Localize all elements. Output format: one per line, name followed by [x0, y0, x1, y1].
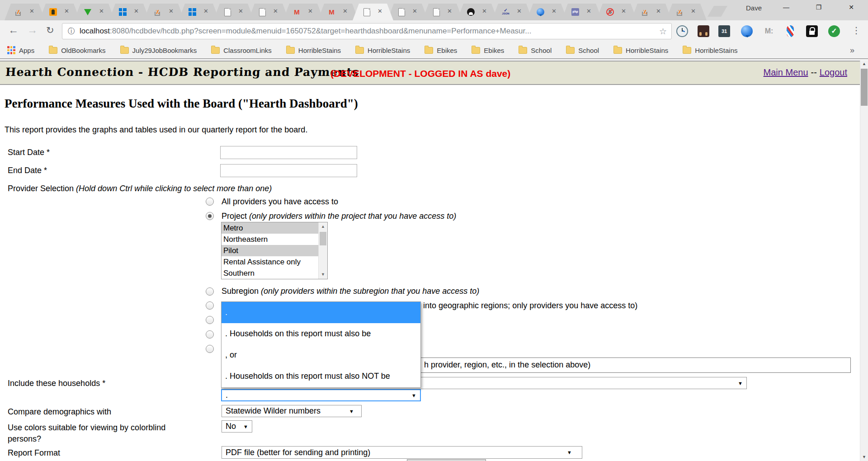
tab-close-icon[interactable]: ✕	[586, 8, 591, 14]
radio-option[interactable]	[206, 330, 214, 339]
bookmark-label: HorribleStains	[695, 47, 737, 54]
tab-close-icon[interactable]: ✕	[691, 8, 696, 14]
folder-icon	[472, 47, 480, 54]
scroll-up-icon[interactable]: ▲	[319, 222, 327, 231]
tab-close-icon[interactable]: ✕	[308, 8, 313, 14]
bookmark-label: Ebikes	[437, 47, 457, 54]
scroll-up-icon[interactable]: ▲	[860, 60, 868, 68]
window-restore-button[interactable]: ❐	[808, 4, 829, 11]
tab-close-icon[interactable]: ✕	[517, 8, 522, 14]
scroll-down-icon[interactable]: ▼	[860, 453, 868, 461]
partial-control-bottom	[407, 459, 486, 461]
bookmark-folder[interactable]: Ebikes	[425, 47, 457, 54]
lock-extension-icon[interactable]	[806, 25, 818, 37]
browser-tab-active[interactable]: ✕	[353, 4, 393, 20]
listbox-option[interactable]: Northeastern	[222, 234, 318, 245]
apps-shortcut[interactable]: Apps	[7, 46, 34, 54]
bookmark-folder[interactable]: OldBookmarks	[49, 47, 105, 54]
clock-extension-icon[interactable]	[676, 25, 688, 37]
balloon-extension-icon[interactable]	[741, 25, 753, 37]
listbox-option[interactable]: Metro	[222, 222, 318, 234]
colorblind-select[interactable]: No ▼	[222, 420, 252, 433]
scrollbar-thumb[interactable]	[861, 69, 868, 106]
radio-all-providers[interactable]	[206, 198, 214, 206]
tab-close-icon[interactable]: ✕	[64, 8, 69, 14]
start-date-input[interactable]	[220, 146, 357, 159]
bookmark-folder[interactable]: Ebikes	[472, 47, 504, 54]
tab-close-icon[interactable]: ✕	[203, 8, 208, 14]
tab-close-icon[interactable]: ✕	[238, 8, 243, 14]
radio-project[interactable]	[206, 212, 214, 220]
tab-close-icon[interactable]: ✕	[343, 8, 348, 14]
document-icon	[363, 8, 370, 16]
tab-close-icon[interactable]: ✕	[29, 8, 34, 14]
report-format-select[interactable]: PDF file (better for sending and printin…	[222, 446, 582, 459]
tab-close-icon[interactable]: ✕	[99, 8, 104, 14]
m-colon-extension-icon[interactable]: M:	[763, 25, 775, 37]
dropdown-option[interactable]: , or	[222, 344, 420, 366]
bookmark-folder[interactable]: School	[566, 47, 599, 54]
browser-tab[interactable]: ✕	[666, 4, 707, 20]
stackoverflow-icon	[154, 8, 161, 16]
compare-demographics-select[interactable]: Statewide Wilder numbers ▼	[222, 405, 362, 417]
tab-close-icon[interactable]: ✕	[273, 8, 278, 14]
barber-pole-extension-icon[interactable]	[787, 25, 794, 37]
dropdown-option[interactable]: . Households on this report must also NO…	[222, 366, 420, 387]
radio-option[interactable]	[206, 316, 214, 324]
forward-icon[interactable]: →	[27, 24, 38, 36]
logout-link[interactable]: Logout	[820, 67, 847, 77]
window-minimize-button[interactable]: —	[776, 4, 797, 11]
intro-text: This report provides the graphs and tabl…	[5, 125, 307, 135]
browser-menu-icon[interactable]: ⋮	[852, 25, 861, 36]
bookmark-folder[interactable]: HorribleStains	[613, 47, 668, 54]
bookmark-folder[interactable]: ClassroomLinks	[211, 47, 272, 54]
bookmark-star-icon[interactable]: ☆	[659, 26, 667, 37]
bookmark-folder[interactable]: HorribleStains	[683, 47, 737, 54]
reload-icon[interactable]: ↻	[46, 25, 54, 36]
check-extension-icon[interactable]: ✓	[828, 25, 840, 37]
tab-close-icon[interactable]: ✕	[134, 8, 139, 14]
tab-close-icon[interactable]: ✕	[447, 8, 452, 14]
project-listbox[interactable]: Metro Northeastern Pilot Rental Assistan…	[221, 222, 328, 279]
tab-close-icon[interactable]: ✕	[621, 8, 626, 14]
profile-name[interactable]: Dave	[746, 4, 762, 12]
bookmark-folder[interactable]: HorribleStains	[355, 47, 410, 54]
cat-extension-icon[interactable]	[698, 25, 709, 37]
bookmark-folder[interactable]: July29JobBookmarks	[120, 47, 197, 54]
window-close-button[interactable]: ✕	[841, 4, 862, 11]
dropdown-option-highlighted[interactable]: .	[222, 302, 420, 323]
bookmark-folder[interactable]: School	[519, 47, 552, 54]
tab-close-icon[interactable]: ✕	[169, 8, 174, 14]
page-info-icon[interactable]: ⓘ	[68, 27, 75, 36]
radio-region[interactable]	[206, 301, 214, 310]
calendar-extension-icon[interactable]: 31	[718, 25, 730, 37]
bookmark-label: HorribleStains	[626, 47, 668, 54]
back-icon[interactable]: ←	[8, 24, 19, 36]
listbox-option[interactable]: Southern	[222, 268, 318, 279]
scroll-down-icon[interactable]: ▼	[319, 270, 327, 279]
region-label-fragment: into geographic regions; only providers …	[423, 301, 637, 310]
apps-label: Apps	[19, 47, 34, 54]
radio-subregion[interactable]	[206, 287, 214, 296]
bookmark-folder[interactable]: HorribleStains	[286, 47, 341, 54]
chevron-down-icon: ▼	[407, 393, 416, 398]
address-bar[interactable]: ⓘ localhost :8080/hcdbdev/hcdb.php?scree…	[62, 23, 672, 39]
tab-close-icon[interactable]: ✕	[412, 8, 417, 14]
tab-close-icon[interactable]: ✕	[482, 8, 487, 14]
households-filter-select[interactable]: . ▼	[221, 389, 421, 401]
listbox-option[interactable]: Pilot	[222, 245, 318, 256]
scrollbar-thumb[interactable]	[320, 232, 326, 245]
tab-close-icon[interactable]: ✕	[377, 8, 382, 14]
listbox-option[interactable]: Rental Assistance only	[222, 256, 318, 268]
listbox-scrollbar[interactable]: ▲ ▼	[318, 222, 327, 279]
bookmarks-overflow-icon[interactable]: »	[850, 46, 854, 55]
new-tab-button[interactable]	[708, 6, 727, 17]
dropdown-option[interactable]: . Households on this report must also be	[222, 323, 420, 344]
tab-close-icon[interactable]: ✕	[552, 8, 557, 14]
radio-option[interactable]	[206, 345, 214, 353]
end-date-input[interactable]	[220, 164, 357, 177]
tab-close-icon[interactable]: ✕	[656, 8, 661, 14]
folder-icon	[425, 47, 433, 54]
page-scrollbar[interactable]: ▲ ▼	[860, 60, 868, 461]
main-menu-link[interactable]: Main Menu	[764, 67, 808, 77]
